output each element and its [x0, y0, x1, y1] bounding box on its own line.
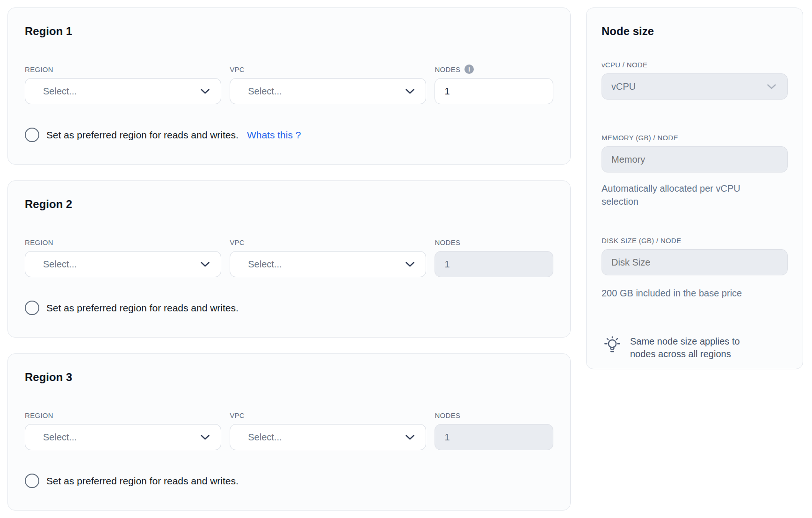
memory-input-disabled — [602, 146, 788, 173]
vpc-select-value: Select... — [248, 259, 282, 270]
preferred-region-radio[interactable] — [25, 128, 39, 142]
region-field-label: REGION — [25, 411, 221, 419]
region-select-value: Select... — [43, 86, 77, 97]
disk-size-input-disabled — [602, 249, 788, 275]
region-fields-row: REGION Select... VPC Select... NODES — [25, 65, 553, 104]
regions-column: Region 1 REGION Select... VPC Select... — [7, 7, 571, 511]
region-3-card: Region 3 REGION Select... VPC Select... — [7, 353, 571, 511]
vpc-select[interactable]: Select... — [230, 424, 426, 450]
vcpu-select-disabled: vCPU — [602, 73, 788, 100]
vcpu-label: vCPU / NODE — [602, 60, 788, 69]
region-field: REGION Select... — [25, 411, 221, 450]
whats-this-link[interactable]: Whats this ? — [247, 130, 301, 141]
region-field-label: REGION — [25, 65, 221, 73]
lightbulb-icon — [602, 335, 623, 357]
preferred-region-label: Set as preferred region for reads and wr… — [46, 302, 239, 314]
vpc-field-label: VPC — [230, 238, 426, 246]
nodes-field: NODES — [435, 238, 553, 277]
nodes-input-disabled — [435, 251, 553, 277]
nodes-field-label-text: NODES — [435, 238, 460, 246]
region-field: REGION Select... — [25, 65, 221, 104]
region-2-card: Region 2 REGION Select... VPC Select... — [7, 180, 571, 338]
memory-label: MEMORY (GB) / NODE — [602, 133, 788, 142]
nodes-input[interactable] — [435, 78, 553, 104]
nodes-field-label: NODES — [435, 411, 553, 419]
region-card-title: Region 2 — [25, 197, 553, 212]
vpc-select-value: Select... — [248, 432, 282, 443]
region-select[interactable]: Select... — [25, 251, 221, 277]
chevron-down-icon — [201, 89, 210, 94]
vpc-select[interactable]: Select... — [230, 78, 426, 104]
vcpu-select-value: vCPU — [611, 81, 636, 92]
nodes-field-label: NODES i — [435, 65, 553, 73]
region-select-value: Select... — [43, 259, 77, 270]
preferred-region-radio[interactable] — [25, 301, 39, 315]
chevron-down-icon — [201, 435, 210, 440]
region-card-title: Region 1 — [25, 24, 553, 39]
node-size-tip-text: Same node size applies to nodes across a… — [630, 335, 758, 360]
node-size-tip: Same node size applies to nodes across a… — [602, 335, 788, 360]
nodes-field-label-text: NODES — [435, 65, 460, 73]
chevron-down-icon — [406, 435, 414, 440]
preferred-region-row: Set as preferred region for reads and wr… — [25, 474, 553, 488]
region-select[interactable]: Select... — [25, 424, 221, 450]
region-fields-row: REGION Select... VPC Select... NODES — [25, 238, 553, 277]
vpc-select[interactable]: Select... — [230, 251, 426, 277]
chevron-down-icon — [767, 84, 776, 89]
node-size-title: Node size — [602, 24, 788, 39]
region-select[interactable]: Select... — [25, 78, 221, 104]
region-field: REGION Select... — [25, 238, 221, 277]
preferred-region-label: Set as preferred region for reads and wr… — [46, 130, 239, 141]
info-icon[interactable]: i — [464, 65, 474, 74]
region-card-title: Region 3 — [25, 370, 553, 385]
nodes-field: NODES i — [435, 65, 553, 104]
node-size-card: Node size vCPU / NODE vCPU MEMORY (GB) /… — [586, 7, 803, 369]
disk-size-label: DISK SIZE (GB) / NODE — [602, 236, 788, 245]
chevron-down-icon — [406, 262, 414, 267]
cluster-configuration-page: Region 1 REGION Select... VPC Select... — [0, 0, 812, 518]
preferred-region-row: Set as preferred region for reads and wr… — [25, 128, 553, 142]
vpc-select-value: Select... — [248, 86, 282, 97]
region-select-value: Select... — [43, 432, 77, 443]
vpc-field-label: VPC — [230, 411, 426, 419]
disk-helper-text: 200 GB included in the base price — [602, 287, 788, 300]
vpc-field: VPC Select... — [230, 411, 426, 450]
chevron-down-icon — [406, 89, 414, 94]
nodes-field-label-text: NODES — [435, 411, 460, 419]
nodes-field: NODES — [435, 411, 553, 450]
region-field-label: REGION — [25, 238, 221, 246]
preferred-region-radio[interactable] — [25, 474, 39, 488]
nodes-input-disabled — [435, 424, 553, 450]
vpc-field: VPC Select... — [230, 238, 426, 277]
preferred-region-label: Set as preferred region for reads and wr… — [46, 475, 239, 487]
chevron-down-icon — [201, 262, 210, 267]
vpc-field: VPC Select... — [230, 65, 426, 104]
vpc-field-label: VPC — [230, 65, 426, 73]
nodes-field-label: NODES — [435, 238, 553, 246]
region-1-card: Region 1 REGION Select... VPC Select... — [7, 7, 571, 165]
preferred-region-row: Set as preferred region for reads and wr… — [25, 301, 553, 315]
memory-helper-text: Automatically allocated per vCPU selecti… — [602, 182, 774, 208]
region-fields-row: REGION Select... VPC Select... NODES — [25, 411, 553, 450]
